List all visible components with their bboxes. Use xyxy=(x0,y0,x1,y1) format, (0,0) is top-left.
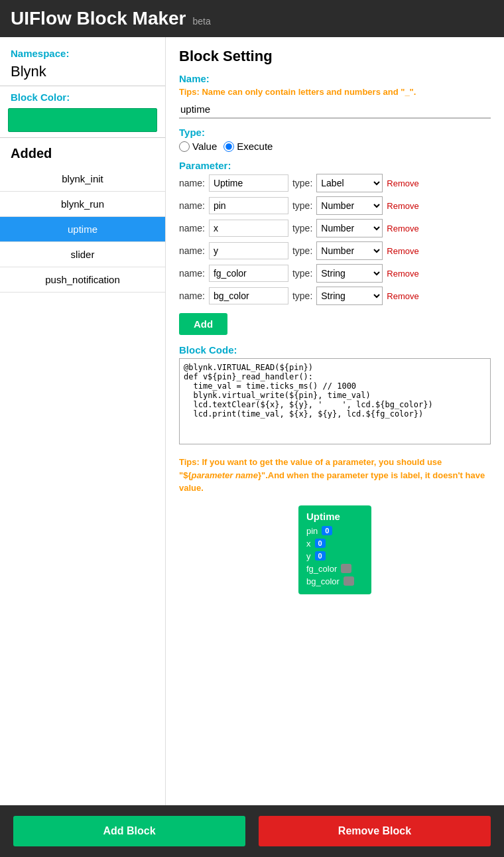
type-section: Type: Value Execute xyxy=(179,127,491,152)
block-preview-x-badge: 0 xyxy=(315,539,326,548)
param-type-label-0: type: xyxy=(292,178,312,188)
type-row: Value Execute xyxy=(179,141,491,152)
sidebar: Namespace: Blynk Block Color: Added blyn… xyxy=(0,37,166,805)
block-preview-fg-badge xyxy=(341,564,351,573)
param-remove-button-0[interactable]: Remove xyxy=(387,178,418,188)
param-type-select-1[interactable]: Label Number String xyxy=(316,196,383,215)
type-execute-radio[interactable] xyxy=(223,141,234,152)
type-value-label: Value xyxy=(192,141,217,152)
param-name-label-2: name: xyxy=(179,223,205,233)
param-name-label-0: name: xyxy=(179,178,205,188)
param-type-label-5: type: xyxy=(292,291,312,301)
added-label: Added xyxy=(0,143,165,166)
param-row-1: name: type: Label Number String Remove xyxy=(179,196,491,215)
param-name-input-2[interactable] xyxy=(209,220,288,237)
param-type-label-2: type: xyxy=(292,223,312,233)
sidebar-item-blynk-run[interactable]: blynk_run xyxy=(0,192,165,217)
param-name-input-4[interactable] xyxy=(209,265,288,282)
param-remove-button-4[interactable]: Remove xyxy=(387,269,418,279)
beta-label: beta xyxy=(193,16,211,27)
app-header: UIFlow Block Maker beta xyxy=(0,0,504,37)
block-code-section: Block Code: @blynk.VIRTUAL_READ(${pin}) … xyxy=(179,344,491,446)
type-execute-label: Execute xyxy=(237,141,273,152)
block-preview-y-badge: 0 xyxy=(315,551,326,560)
param-type-select-2[interactable]: Label Number String xyxy=(316,219,383,237)
param-row-3: name: type: Label Number String Remove xyxy=(179,241,491,260)
name-input[interactable] xyxy=(179,101,491,119)
param-remove-button-3[interactable]: Remove xyxy=(387,246,418,256)
block-preview-x-label: x xyxy=(306,539,311,549)
block-preview-title: Uptime xyxy=(306,511,363,522)
param-name-label-1: name: xyxy=(179,200,205,211)
page-title: Block Setting xyxy=(179,48,491,65)
bottom-bar: Add Block Remove Block xyxy=(0,805,504,857)
type-value-option[interactable]: Value xyxy=(179,141,217,152)
block-preview-param-x: x 0 xyxy=(306,539,363,549)
param-name-label-4: name: xyxy=(179,268,205,279)
param-name-input-3[interactable] xyxy=(209,242,288,259)
param-remove-button-2[interactable]: Remove xyxy=(387,224,418,233)
sidebar-item-slider[interactable]: slider xyxy=(0,242,165,267)
content-area: Block Setting Name: Tips: Name can only … xyxy=(166,37,504,805)
block-preview-param-bg-color: bg_color xyxy=(306,576,363,586)
param-name-label-5: name: xyxy=(179,291,205,301)
tips-code: Tips: If you want to get the value of a … xyxy=(179,456,491,495)
remove-block-button[interactable]: Remove Block xyxy=(259,816,491,846)
block-preview-param-fg-color: fg_color xyxy=(306,564,363,574)
parameter-section: Parameter: name: type: Label Number Stri… xyxy=(179,160,491,305)
block-code-label: Block Code: xyxy=(179,344,491,356)
block-color-label: Block Color: xyxy=(0,86,165,105)
type-section-label: Type: xyxy=(179,127,491,138)
block-preview-area: Uptime pin 0 x 0 y 0 fg_color xyxy=(179,495,491,600)
block-code-textarea[interactable]: @blynk.VIRTUAL_READ(${pin}) def v${pin}_… xyxy=(179,358,491,444)
param-type-select-4[interactable]: Label Number String xyxy=(316,264,383,283)
block-preview-pin-label: pin xyxy=(306,526,318,536)
param-type-label-1: type: xyxy=(292,200,312,211)
param-type-select-3[interactable]: Label Number String xyxy=(316,241,383,260)
param-row-4: name: type: Label Number String Remove xyxy=(179,264,491,283)
add-parameter-button[interactable]: Add xyxy=(179,313,227,335)
block-preview-param-y: y 0 xyxy=(306,551,363,561)
sidebar-item-blynk-init[interactable]: blynk_init xyxy=(0,166,165,192)
block-preview-bg-badge xyxy=(344,576,354,586)
namespace-value: Blynk xyxy=(0,62,165,86)
param-name-input-1[interactable] xyxy=(209,197,288,214)
param-remove-button-1[interactable]: Remove xyxy=(387,201,418,211)
color-swatch[interactable] xyxy=(8,108,157,132)
main-layout: Namespace: Blynk Block Color: Added blyn… xyxy=(0,37,504,805)
namespace-label: Namespace: xyxy=(0,45,165,62)
type-value-radio[interactable] xyxy=(179,141,190,152)
block-preview-pin-badge: 0 xyxy=(322,526,332,535)
name-section-label: Name: xyxy=(179,73,491,84)
sidebar-divider xyxy=(0,137,165,138)
param-name-input-5[interactable] xyxy=(209,287,288,304)
add-block-button[interactable]: Add Block xyxy=(13,816,245,846)
param-type-label-4: type: xyxy=(292,268,312,279)
app-title: UIFlow Block Maker xyxy=(11,8,186,29)
sidebar-item-push-notification[interactable]: push_notification xyxy=(0,267,165,293)
type-execute-option[interactable]: Execute xyxy=(223,141,273,152)
param-type-label-3: type: xyxy=(292,245,312,256)
parameter-section-label: Parameter: xyxy=(179,160,491,171)
param-name-input-0[interactable] xyxy=(209,174,288,192)
param-row-0: name: type: Label Number String Remove xyxy=(179,174,491,192)
block-preview: Uptime pin 0 x 0 y 0 fg_color xyxy=(298,505,371,594)
param-type-select-5[interactable]: Label Number String xyxy=(316,287,383,305)
sidebar-item-uptime[interactable]: uptime xyxy=(0,217,165,242)
block-preview-param-pin: pin 0 xyxy=(306,526,363,536)
block-preview-fg-label: fg_color xyxy=(306,564,337,574)
block-preview-bg-label: bg_color xyxy=(306,576,340,586)
block-preview-y-label: y xyxy=(306,551,311,561)
param-row-5: name: type: Label Number String Remove xyxy=(179,287,491,305)
param-name-label-3: name: xyxy=(179,245,205,256)
name-tips: Tips: Name can only contain letters and … xyxy=(179,87,491,97)
param-remove-button-5[interactable]: Remove xyxy=(387,291,418,301)
param-type-select-0[interactable]: Label Number String xyxy=(316,174,383,192)
param-row-2: name: type: Label Number String Remove xyxy=(179,219,491,237)
